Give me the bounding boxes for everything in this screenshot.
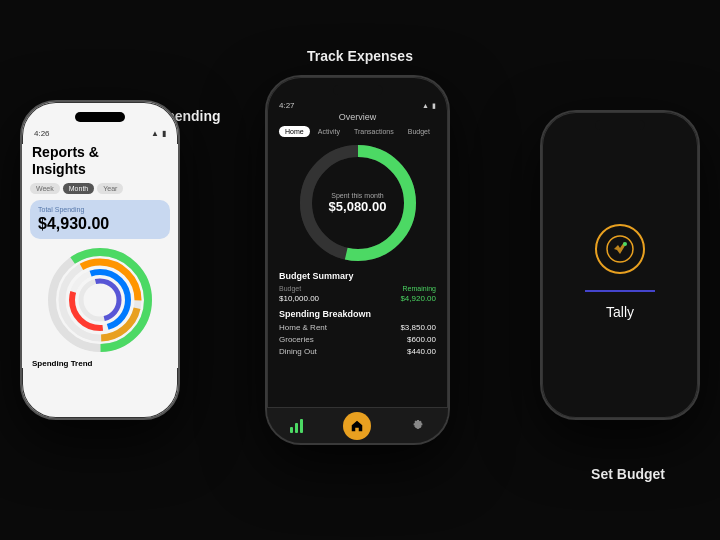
tally-divider [585, 290, 655, 292]
budget-header-row: Budget Remaining [279, 285, 436, 292]
time-middle: 4:27 [279, 101, 295, 110]
svg-rect-13 [290, 427, 293, 433]
overview-title: Overview [267, 112, 448, 122]
remaining-key: Remaining [403, 285, 436, 292]
breakdown-row-1: Groceries $600.00 [279, 335, 436, 344]
tab-week[interactable]: Week [30, 183, 60, 194]
spending-card: Total Spending $4,930.00 [30, 200, 170, 239]
breakdown-amt-0: $3,850.00 [400, 323, 436, 332]
svg-point-17 [623, 242, 627, 246]
tab-transactions[interactable]: Transactions [348, 126, 400, 137]
tally-logo [595, 224, 645, 274]
reports-title: Reports &Insights [32, 144, 170, 178]
gauge-amount: $5,080.00 [329, 199, 387, 214]
donut-chart [30, 245, 170, 355]
gauge-text: Spent this month $5,080.00 [329, 192, 387, 214]
status-icons-middle: ▲ ▮ [422, 102, 436, 110]
phone-island-right [595, 120, 645, 130]
phone-right: Tally [540, 110, 700, 420]
track-expenses-label: Track Expenses [307, 48, 413, 64]
battery-icon-middle: ▮ [432, 102, 436, 110]
breakdown-row-2: Dining Out $440.00 [279, 347, 436, 356]
tab-activity[interactable]: Activity [312, 126, 346, 137]
budget-amount-row: $10,000.00 $4,920.00 [279, 294, 436, 303]
circle-gauge: Spent this month $5,080.00 [267, 143, 448, 263]
spending-label: Total Spending [38, 206, 162, 213]
nav-home-icon[interactable] [343, 412, 371, 440]
phone-middle: 4:27 ▲ ▮ Overview Home Activity Transact… [265, 75, 450, 445]
breakdown-cat-2: Dining Out [279, 347, 317, 356]
breakdown-row-0: Home & Rent $3,850.00 [279, 323, 436, 332]
svg-rect-15 [300, 419, 303, 433]
nav-chart-icon[interactable] [283, 412, 311, 440]
battery-icon: ▮ [162, 129, 166, 138]
status-bar-left: 4:26 ▲ ▮ [22, 127, 178, 140]
breakdown-cat-0: Home & Rent [279, 323, 327, 332]
period-tabs: Week Month Year [30, 183, 170, 194]
tab-year[interactable]: Year [97, 183, 123, 194]
time-left: 4:26 [34, 129, 50, 138]
gauge-label: Spent this month [329, 192, 387, 199]
tab-home[interactable]: Home [279, 126, 310, 137]
tally-name: Tally [606, 304, 634, 320]
left-phone-content: Reports &Insights Week Month Year Total … [22, 144, 178, 368]
middle-phone-content: Overview Home Activity Transactions Budg… [267, 112, 448, 356]
wifi-icon: ▲ [151, 129, 159, 138]
bottom-nav [267, 407, 448, 443]
svg-rect-14 [295, 423, 298, 433]
tally-logo-svg [605, 234, 635, 264]
phone-left: 4:26 ▲ ▮ Reports &Insights Week Month Ye… [20, 100, 180, 420]
donut-svg [45, 245, 155, 355]
phone-island-left [75, 112, 125, 122]
status-icons-left: ▲ ▮ [151, 129, 166, 138]
middle-nav-tabs: Home Activity Transactions Budget [267, 126, 448, 137]
set-budget-label: Set Budget [591, 466, 665, 482]
budget-summary: Budget Summary Budget Remaining $10,000.… [267, 271, 448, 356]
breakdown-title: Spending Breakdown [279, 309, 436, 319]
breakdown-amt-1: $600.00 [407, 335, 436, 344]
status-bar-middle: 4:27 ▲ ▮ [267, 99, 448, 112]
breakdown-amt-2: $440.00 [407, 347, 436, 356]
budget-summary-title: Budget Summary [279, 271, 436, 281]
breakdown-cat-1: Groceries [279, 335, 314, 344]
remaining-amount: $4,920.00 [400, 294, 436, 303]
budget-amount: $10,000.00 [279, 294, 319, 303]
nav-gear-icon[interactable] [404, 412, 432, 440]
budget-key: Budget [279, 285, 301, 292]
phone-island-middle [333, 85, 383, 95]
tab-month[interactable]: Month [63, 183, 94, 194]
right-phone-content: Tally [542, 134, 698, 420]
spending-trend-label: Spending Trend [30, 359, 170, 368]
spending-amount: $4,930.00 [38, 215, 162, 233]
tab-budget[interactable]: Budget [402, 126, 436, 137]
wifi-icon-middle: ▲ [422, 102, 429, 109]
